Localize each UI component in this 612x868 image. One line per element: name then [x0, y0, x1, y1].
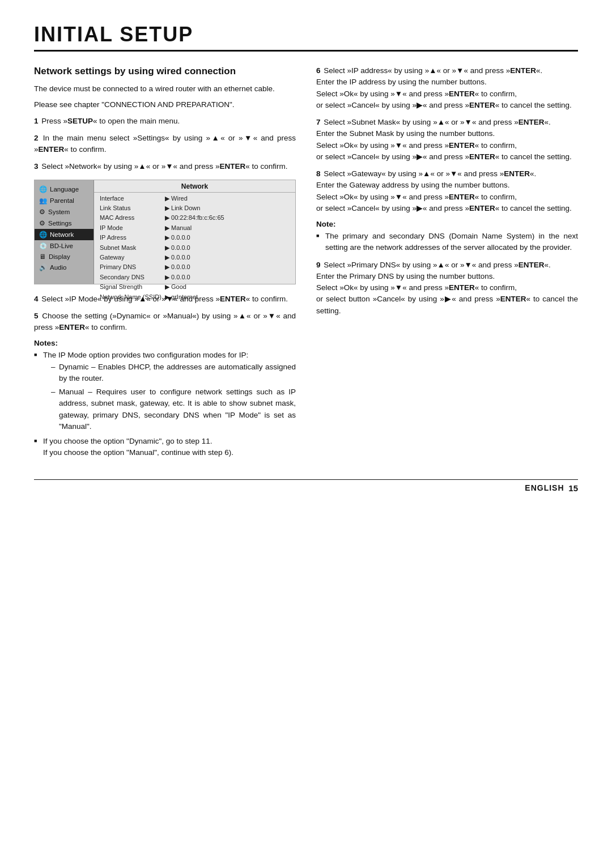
menu-row-signal: Signal Strength ▶ Good	[94, 282, 295, 292]
menu-row-interface: Interface ▶ Wired	[94, 194, 295, 203]
menu-item-bdlive: 💿 BD-Live	[35, 240, 94, 252]
step-4-num: 4	[34, 295, 39, 303]
step-6: 6 Select »IP address« by using »▲« or »▼…	[316, 65, 578, 111]
footer-page-number: 15	[568, 483, 578, 493]
step-3-num: 3	[34, 162, 39, 171]
step-5: 5 Choose the setting (»Dynamic« or »Manu…	[34, 310, 296, 334]
menu-row-mac: MAC Adress ▶ 00:22:84:fb:c:6c:65	[94, 213, 295, 223]
settings-icon: ⚙	[39, 219, 45, 227]
notes-list: The IP Mode option provides two configur…	[34, 350, 296, 458]
menu-screenshot: 🌐 Language 👥 Parental ⚙ System ⚙ Setting…	[34, 180, 296, 284]
menu-item-display: 🖥 Display	[35, 252, 94, 262]
step-9: 9 Select »Primary DNS« by using »▲« or »…	[316, 259, 578, 317]
step-6-num: 6	[316, 66, 321, 75]
step-4: 4 Select »IP Mode« by using »▲« or »▼« a…	[34, 293, 296, 305]
menu-row-secondarydns: Secondary DNS ▶ 0.0.0.0	[94, 273, 295, 282]
footer: ENGLISH 15	[34, 479, 578, 493]
left-column: Network settings by using wired connecti…	[34, 65, 296, 462]
display-icon: 🖥	[39, 253, 46, 260]
notes-label: Notes:	[34, 339, 296, 347]
sub-list-1: Dynamic – Enables DHCP, the addresses ar…	[43, 361, 296, 433]
sub-item-manual: Manual – Requires user to configure netw…	[51, 386, 296, 432]
menu-row-primarydns: Primary DNS ▶ 0.0.0.0	[94, 262, 295, 272]
menu-item-language: 🌐 Language	[35, 184, 94, 195]
audio-icon: 🔊	[39, 263, 47, 271]
menu-item-parental: 👥 Parental	[35, 195, 94, 206]
step-9-num: 9	[316, 261, 321, 269]
step-2: 2 In the main menu select »Settings« by …	[34, 133, 296, 156]
menu-row-ipadress: IP Adress ▶ 0.0.0.0	[94, 233, 295, 242]
menu-right-panel: Network Interface ▶ Wired Link Status ▶ …	[94, 180, 295, 284]
step-3: 3 Select »Network« by using »▲« or »▼« a…	[34, 161, 296, 172]
step-1-num: 1	[34, 117, 39, 125]
menu-row-subnetmask: Subnet Mask ▶ 0.0.0.0	[94, 243, 295, 253]
step-7: 7 Select »Subnet Mask« by using »▲« or »…	[316, 117, 578, 163]
intro-para-1: The device must be connected to a wired …	[34, 83, 296, 95]
note-item-1: The IP Mode option provides two configur…	[34, 350, 296, 432]
menu-row-gateway: Gateway ▶ 0.0.0.0	[94, 253, 295, 262]
right-notes-list: The primary and secondary DNS (Domain Na…	[316, 231, 578, 254]
step-5-num: 5	[34, 312, 39, 320]
right-note-item-1: The primary and secondary DNS (Domain Na…	[316, 231, 578, 254]
menu-row-linkstatus: Link Status ▶ Link Down	[94, 203, 295, 213]
network-icon: 🌐	[39, 231, 47, 239]
intro-para-2: Please see chapter "CONNECTION AND PREPA…	[34, 99, 296, 110]
system-icon: ⚙	[39, 208, 45, 216]
menu-item-system: ⚙ System	[35, 206, 94, 218]
step-1: 1 Press »SETUP« to open the main menu.	[34, 116, 296, 127]
right-column: 6 Select »IP address« by using »▲« or »▼…	[316, 65, 578, 462]
note-label: Note:	[316, 220, 578, 228]
parental-icon: 👥	[39, 197, 47, 205]
menu-row-ipmode: IP Mode ▶ Manual	[94, 223, 295, 233]
sub-item-dynamic: Dynamic – Enables DHCP, the addresses ar…	[51, 361, 296, 385]
step-8-num: 8	[316, 169, 321, 178]
menu-item-network: 🌐 Network	[35, 229, 94, 240]
note-item-2: If you choose the option "Dynamic", go t…	[34, 436, 296, 459]
menu-item-audio: 🔊 Audio	[35, 262, 94, 273]
bdlive-icon: 💿	[39, 242, 47, 250]
menu-item-settings: ⚙ Settings	[35, 218, 94, 229]
page-title: INITIAL SETUP	[34, 23, 578, 52]
step-2-num: 2	[34, 134, 39, 142]
menu-left-panel: 🌐 Language 👥 Parental ⚙ System ⚙ Setting…	[35, 180, 94, 284]
step-7-num: 7	[316, 118, 321, 126]
step-8: 8 Select »Gateway« by using »▲« or »▼« a…	[316, 168, 578, 214]
menu-right-title: Network	[94, 182, 295, 193]
globe-icon: 🌐	[39, 185, 47, 193]
section-title: Network settings by using wired connecti…	[34, 65, 296, 78]
footer-language: ENGLISH	[525, 483, 564, 492]
